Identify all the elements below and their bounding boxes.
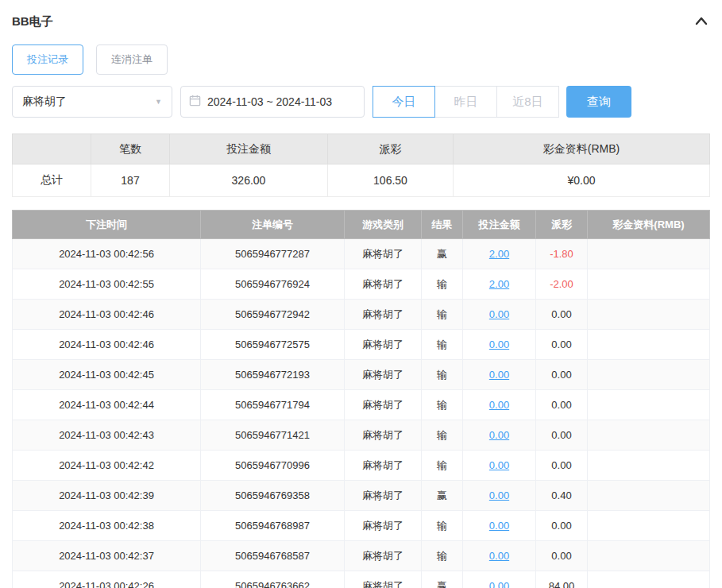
bet-time-cell: 2024-11-03 00:42:44 [13,390,201,420]
bet-amount-link[interactable]: 2.00 [489,248,509,260]
bet-amount-cell: 0.00 [463,481,536,511]
bet-amount-cell: 0.00 [463,330,536,360]
table-row: 2024-11-03 00:42:38 5065946768987 麻将胡了 输… [13,511,710,541]
payout-cell: 0.00 [536,451,588,481]
summary-payout: 106.50 [328,164,454,197]
table-row: 2024-11-03 00:42:46 5065946772575 麻将胡了 输… [13,330,710,360]
bet-records-table: 下注时间 注单编号 游戏类别 结果 投注金额 派彩 彩金资料(RMB) 2024… [12,210,710,588]
bet-amount-cell: 0.00 [463,541,536,571]
chevron-down-icon: ▼ [155,98,162,106]
jackpot-cell [588,511,710,541]
result-cell: 输 [422,420,463,451]
table-row: 2024-11-03 00:42:37 5065946768587 麻将胡了 输… [13,541,710,571]
bet-amount-link[interactable]: 0.00 [489,520,509,532]
bet-time-cell: 2024-11-03 00:42:45 [13,360,201,390]
game-type-cell: 麻将胡了 [345,541,422,571]
bet-time-cell: 2024-11-03 00:42:43 [13,420,201,451]
game-type-cell: 麻将胡了 [345,571,422,588]
bet-time-cell: 2024-11-03 00:42:46 [13,300,201,330]
col-bet-time: 下注时间 [13,211,201,239]
jackpot-cell [588,239,710,269]
tab-cancelled-orders[interactable]: 连消注单 [96,44,168,75]
result-cell: 赢 [422,239,463,269]
jackpot-cell [588,481,710,511]
result-cell: 输 [422,330,463,360]
result-cell: 输 [422,451,463,481]
game-select[interactable]: 麻将胡了 ▼ [12,86,172,118]
bet-time-cell: 2024-11-03 00:42:56 [13,239,201,269]
payout-cell: 0.00 [536,300,588,330]
game-type-cell: 麻将胡了 [345,420,422,451]
payout-cell: 0.00 [536,330,588,360]
collapse-button[interactable] [693,14,710,30]
betting-records-panel: BB电子 投注记录 连消注单 麻将胡了 ▼ 2024-11-03 ~ 2024-… [0,0,722,588]
table-row: 2024-11-03 00:42:43 5065946771421 麻将胡了 输… [13,420,710,451]
result-cell: 赢 [422,571,463,588]
summary-header-bet-amount: 投注金额 [170,134,328,164]
table-row: 2024-11-03 00:42:39 5065946769358 麻将胡了 赢… [13,481,710,511]
bet-time-cell: 2024-11-03 00:42:55 [13,269,201,300]
game-type-cell: 麻将胡了 [345,481,422,511]
yesterday-button[interactable]: 昨日 [434,86,497,118]
order-number-cell: 5065946768987 [201,511,345,541]
bet-amount-link[interactable]: 0.00 [489,399,509,411]
search-button[interactable]: 查询 [566,86,631,118]
bet-amount-link[interactable]: 0.00 [489,369,509,381]
order-number-cell: 5065946768587 [201,541,345,571]
game-type-cell: 麻将胡了 [345,269,422,300]
col-result: 结果 [422,211,463,239]
jackpot-cell [588,360,710,390]
date-range-value: 2024-11-03 ~ 2024-11-03 [207,95,332,108]
bet-amount-link[interactable]: 0.00 [489,489,509,501]
bet-amount-link[interactable]: 0.00 [489,338,509,350]
game-type-cell: 麻将胡了 [345,511,422,541]
game-type-cell: 麻将胡了 [345,330,422,360]
payout-cell: 84.00 [536,571,588,588]
order-number-cell: 5065946772575 [201,330,345,360]
bet-time-cell: 2024-11-03 00:42:37 [13,541,201,571]
game-type-cell: 麻将胡了 [345,239,422,269]
bet-time-cell: 2024-11-03 00:42:38 [13,511,201,541]
jackpot-cell [588,269,710,300]
bet-amount-link[interactable]: 0.00 [489,580,509,588]
payout-cell: 0.40 [536,481,588,511]
bet-amount-cell: 0.00 [463,390,536,420]
col-bet-amount: 投注金额 [463,211,536,239]
order-number-cell: 5065946770996 [201,451,345,481]
table-row: 2024-11-03 00:42:44 5065946771794 麻将胡了 输… [13,390,710,420]
date-range-picker[interactable]: 2024-11-03 ~ 2024-11-03 [180,86,365,118]
bet-amount-link[interactable]: 0.00 [489,308,509,320]
summary-header-count: 笔数 [91,134,170,164]
table-row: 2024-11-03 00:42:26 5065946763662 麻将胡了 赢… [13,571,710,588]
bet-amount-link[interactable]: 0.00 [489,429,509,441]
game-type-cell: 麻将胡了 [345,300,422,330]
summary-row: 总计 187 326.00 106.50 ¥0.00 [13,164,710,197]
bet-amount-cell: 2.00 [463,269,536,300]
game-type-cell: 麻将胡了 [345,360,422,390]
bet-amount-link[interactable]: 0.00 [489,550,509,562]
jackpot-cell [588,300,710,330]
bet-amount-link[interactable]: 2.00 [489,278,509,290]
panel-header: BB电子 [12,10,710,33]
tab-betting-records[interactable]: 投注记录 [12,44,83,75]
col-jackpot: 彩金资料(RMB) [588,211,710,239]
bet-time-cell: 2024-11-03 00:42:26 [13,571,201,588]
summary-header-payout: 派彩 [328,134,454,164]
bet-time-cell: 2024-11-03 00:42:46 [13,330,201,360]
order-number-cell: 5065946763662 [201,571,345,588]
table-row: 2024-11-03 00:42:46 5065946772942 麻将胡了 输… [13,300,710,330]
last-8-days-button[interactable]: 近8日 [496,86,559,118]
order-number-cell: 5065946777287 [201,239,345,269]
summary-table: 笔数 投注金额 派彩 彩金资料(RMB) 总计 187 326.00 106.5… [12,133,710,197]
payout-cell: -2.00 [536,269,588,300]
today-button[interactable]: 今日 [373,86,435,118]
summary-jackpot: ¥0.00 [454,164,710,197]
order-number-cell: 5065946769358 [201,481,345,511]
summary-count: 187 [91,164,170,197]
quick-date-buttons: 今日 昨日 近8日 [373,86,559,118]
bet-amount-link[interactable]: 0.00 [489,459,509,471]
summary-total-label: 总计 [13,164,91,197]
bet-time-cell: 2024-11-03 00:42:42 [13,451,201,481]
order-number-cell: 5065946771421 [201,420,345,451]
order-number-cell: 5065946772942 [201,300,345,330]
